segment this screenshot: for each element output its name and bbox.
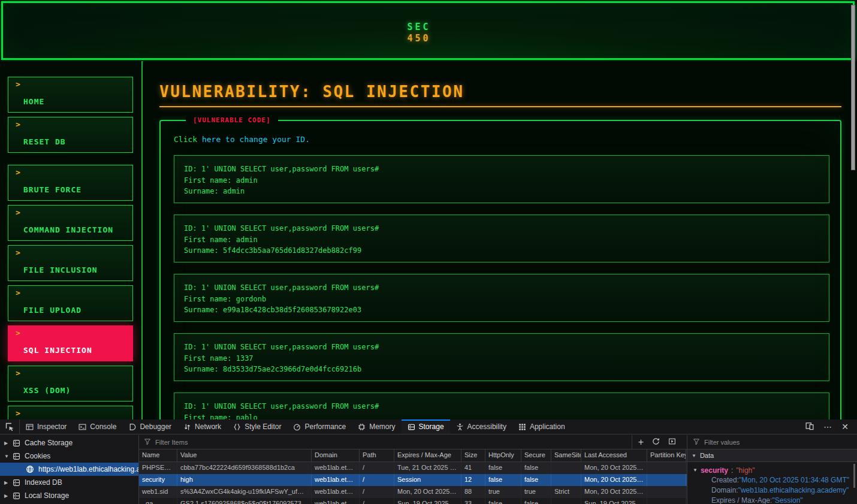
page-title: VULNERABILITY: SQL INJECTION bbox=[159, 83, 464, 101]
devtools-close-icon[interactable]: ✕ bbox=[841, 422, 849, 431]
sql-result-box: ID: 1' UNION SELECT user,password FROM u… bbox=[174, 274, 829, 322]
filter-values-bar: Filter values bbox=[687, 435, 857, 449]
sidebar-item-label: HOME bbox=[23, 97, 44, 106]
cell: Tue, 21 Oct 2025 01... bbox=[394, 462, 461, 474]
sidebar-item-label: SQL INJECTION bbox=[23, 346, 92, 355]
cell: _ga bbox=[139, 498, 177, 504]
cookie-row-security[interactable]: securityhighweb1lab.ethic.../Session12fa… bbox=[139, 474, 687, 486]
chevron-right-icon[interactable]: ▶ bbox=[4, 440, 10, 446]
chevron-icon: > bbox=[16, 248, 20, 257]
page-scrollbar-thumb[interactable] bbox=[851, 5, 855, 170]
column-header-partition-key[interactable]: Partition Key bbox=[647, 449, 686, 461]
tree-item-indexed-db[interactable]: ▶Indexed DB bbox=[0, 476, 138, 489]
tab-performance[interactable]: Performance bbox=[287, 420, 352, 434]
cookie-row-_ga[interactable]: _gaGS2.1.s1760925868$o5$g0$t1760925736$j… bbox=[139, 498, 687, 504]
sql-result-box: ID: 1' UNION SELECT user,password FROM u… bbox=[174, 155, 829, 203]
devtools-toolbar-right: ⋯ ✕ bbox=[805, 420, 857, 434]
column-header-samesite[interactable]: SameSite bbox=[551, 449, 581, 461]
sidebar-item-sql-injection[interactable]: >SQL INJECTION bbox=[8, 325, 133, 361]
cell: Sun, 19 Oct 2025 0... bbox=[581, 498, 647, 504]
cell: web1.sid bbox=[139, 486, 177, 498]
cookie-actions: + bbox=[632, 435, 682, 449]
column-header-domain[interactable]: Domain bbox=[312, 449, 360, 461]
column-header-last-accessed[interactable]: Last Accessed bbox=[581, 449, 647, 461]
chevron-right-icon[interactable]: ▶ bbox=[4, 493, 10, 499]
data-section-label: Data bbox=[700, 452, 714, 459]
tab-console[interactable]: Console bbox=[73, 420, 122, 434]
filter-values-input[interactable]: Filter values bbox=[704, 439, 740, 446]
sql-result-box: ID: 1' UNION SELECT user,password FROM u… bbox=[174, 393, 829, 420]
filter-items-bar: Filter Items + bbox=[139, 435, 687, 449]
column-header-expires-max-age[interactable]: Expires / Max-Age bbox=[394, 449, 461, 461]
cell: GS2.1.s1760925868$o5$g0$t1760925736$j... bbox=[177, 498, 312, 504]
cookie-data-item[interactable]: ▼ security:"high" bbox=[693, 465, 857, 475]
chevron-down-icon[interactable]: ▼ bbox=[4, 454, 10, 459]
add-item-button[interactable]: + bbox=[638, 437, 644, 447]
cell: / bbox=[360, 474, 394, 486]
devtools-menu-icon[interactable]: ⋯ bbox=[823, 422, 832, 431]
sql-result-line: ID: 1' UNION SELECT user,password FROM u… bbox=[184, 342, 819, 353]
column-header-name[interactable]: Name bbox=[139, 449, 177, 461]
column-header-size[interactable]: Size bbox=[461, 449, 485, 461]
cell bbox=[551, 462, 581, 474]
sidebar-item-home[interactable]: >HOME bbox=[8, 77, 133, 113]
column-header-path[interactable]: Path bbox=[360, 449, 394, 461]
data-section-header[interactable]: ▼ Data bbox=[687, 449, 857, 462]
sidebar-item-reset-db[interactable]: >RESET DB bbox=[8, 117, 133, 153]
column-header-secure[interactable]: Secure bbox=[521, 449, 551, 461]
sql-result-line: ID: 1' UNION SELECT user,password FROM u… bbox=[184, 401, 819, 412]
cell: web1lab.ethic... bbox=[312, 474, 360, 486]
detail-label: Domain: bbox=[711, 486, 738, 494]
filter-items-input[interactable]: Filter Items bbox=[155, 439, 627, 446]
performance-icon bbox=[293, 423, 301, 431]
responsive-design-icon[interactable] bbox=[805, 422, 814, 431]
tab-label: Network bbox=[195, 422, 221, 431]
column-header-httponly[interactable]: HttpOnly bbox=[485, 449, 521, 461]
cell bbox=[647, 462, 686, 474]
main-content: VULNERABILITY: SQL INJECTION [VULNERABLE… bbox=[144, 61, 857, 420]
page-scrollbar[interactable] bbox=[851, 3, 856, 418]
toggle-sidebar-button[interactable] bbox=[668, 437, 676, 446]
tree-item-label: Indexed DB bbox=[25, 478, 62, 487]
pick-element-button[interactable] bbox=[0, 420, 20, 434]
tree-item-cookies[interactable]: ▼Cookies bbox=[0, 449, 138, 463]
sidebar-item-brute-force[interactable]: >BRUTE FORCE bbox=[8, 165, 133, 201]
sidebar-item-command-injection[interactable]: >COMMAND INJECTION bbox=[8, 205, 133, 241]
sidebar-nav: >HOME>RESET DB>BRUTE FORCE>COMMAND INJEC… bbox=[0, 61, 143, 420]
change-id-link[interactable]: here to change your ID. bbox=[202, 135, 310, 144]
refresh-items-button[interactable] bbox=[652, 437, 660, 446]
cookie-row-web1.sid[interactable]: web1.sids%3A4ZwxCG4k4akig-u19fkIAFSwY_uf… bbox=[139, 486, 687, 498]
cell: Mon, 20 Oct 2025 0... bbox=[581, 462, 647, 474]
chevron-icon: > bbox=[16, 168, 20, 177]
filter-icon bbox=[693, 438, 700, 446]
tab-memory[interactable]: Memory bbox=[352, 420, 401, 434]
column-header-value[interactable]: Value bbox=[177, 449, 312, 461]
cell: false bbox=[485, 474, 521, 486]
tab-inspector[interactable]: Inspector bbox=[20, 420, 73, 434]
cookie-row-PHPSESSID[interactable]: PHPSESSIDcbba77bc422224d659f9368588d1b2c… bbox=[139, 462, 687, 474]
cell: Mon, 20 Oct 2025 0... bbox=[394, 486, 461, 498]
tab-network[interactable]: Network bbox=[177, 420, 227, 434]
tab-style-editor[interactable]: Style Editor bbox=[227, 420, 287, 434]
tree-item-cache-storage[interactable]: ▶Cache Storage bbox=[0, 436, 138, 449]
tab-label: Console bbox=[90, 422, 116, 431]
tab-application[interactable]: Application bbox=[512, 420, 571, 434]
tree-item-local-storage[interactable]: ▶Local Storage bbox=[0, 489, 138, 502]
tab-accessibility[interactable]: Accessibility bbox=[450, 420, 512, 434]
cookie-detail-row: Domain:"web1lab.ethicalhacking.academy" bbox=[693, 485, 857, 496]
sidebar-item-xss-dom[interactable]: >XSS (DOM) bbox=[8, 366, 133, 402]
tree-item-https-web1lab-ethicalhacking-academy[interactable]: https://web1lab.ethicalhacking.academy bbox=[0, 463, 138, 476]
sidebar-scrollbar-thumb[interactable] bbox=[853, 464, 855, 488]
sidebar-item-label: RESET DB bbox=[23, 137, 66, 146]
sidebar-item-file-upload[interactable]: >FILE UPLOAD bbox=[8, 285, 133, 321]
chevron-right-icon[interactable]: ▶ bbox=[4, 480, 10, 485]
detail-value: "Mon, 20 Oct 2025 01:34:48 GMT" bbox=[739, 476, 849, 484]
style-editor-icon bbox=[233, 423, 241, 431]
drawer-icon bbox=[13, 452, 20, 460]
cell: true bbox=[521, 486, 551, 498]
detail-value: "web1lab.ethicalhacking.academy" bbox=[738, 486, 849, 494]
cell: Strict bbox=[551, 486, 581, 498]
tab-storage[interactable]: Storage bbox=[402, 420, 450, 434]
tab-debugger[interactable]: Debugger bbox=[122, 420, 177, 434]
sidebar-item-file-inclusion[interactable]: >FILE INCLUSION bbox=[8, 245, 133, 281]
